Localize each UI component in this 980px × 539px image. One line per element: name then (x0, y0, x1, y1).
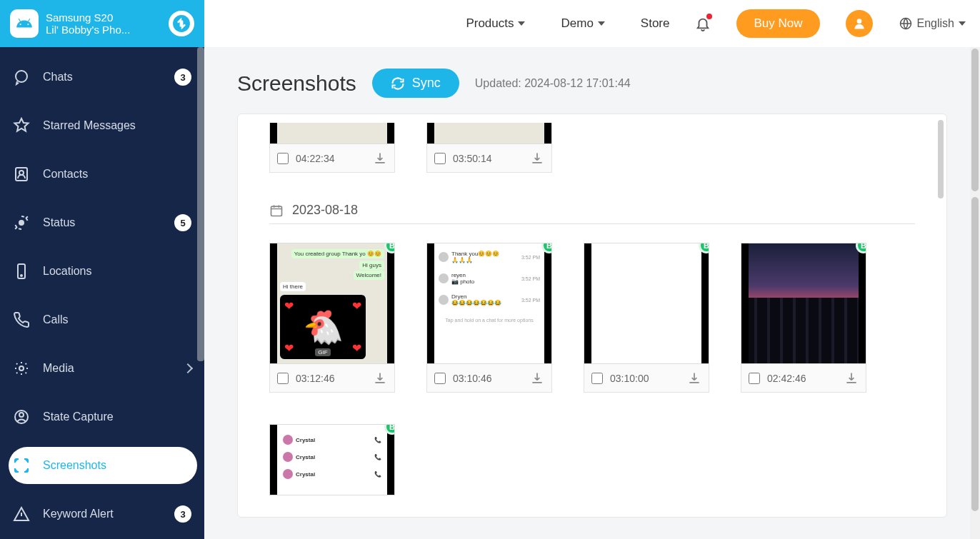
chevron-down-icon (959, 21, 966, 26)
content-area: Products Demo Store Buy Now (204, 0, 980, 539)
sync-button[interactable]: Sync (372, 69, 459, 98)
calendar-icon (269, 203, 284, 218)
date-label: 2023-08-18 (292, 203, 358, 218)
sidebar-item-media[interactable]: Media (0, 344, 204, 393)
statecapture-icon (13, 408, 30, 425)
notification-dot (706, 14, 712, 19)
screenshot-tile[interactable]: 03:50:14 (426, 123, 552, 173)
sync-icon (391, 76, 405, 91)
sidebar-item-label: Chats (43, 71, 161, 84)
sidebar-item-label: Screenshots (43, 459, 191, 472)
locations-icon (13, 263, 30, 280)
sidebar-item-starred[interactable]: Starred Messages (0, 101, 204, 150)
screenshot-tile[interactable]: Crystal 📞 Crystal 📞 Crystal 📞 B (269, 424, 395, 495)
device-model: Samsung S20 (46, 11, 161, 24)
tile-time: 03:12:46 (296, 373, 366, 384)
screenshot-tile[interactable]: B03:10:00 (584, 243, 709, 393)
sidebar-item-label: Media (43, 362, 171, 375)
svg-point-7 (19, 366, 24, 371)
download-button[interactable] (687, 371, 701, 386)
screenshot-tile[interactable]: You created group Thank yo 😊😊Hi guysWelc… (269, 243, 395, 393)
divider (269, 223, 915, 224)
select-checkbox[interactable] (434, 153, 446, 164)
screenshot-tile[interactable]: Thank you😊😊😊🙏🙏🙏3:52 PMreyen📷 photo3:52 P… (426, 243, 552, 393)
page-title: Screenshots (237, 71, 356, 96)
tile-time: 03:50:14 (453, 153, 523, 164)
svg-point-10 (856, 19, 861, 24)
sidebar-item-calls[interactable]: Calls (0, 296, 204, 344)
language-label: English (917, 17, 954, 30)
select-checkbox[interactable] (277, 153, 289, 164)
top-bar: Products Demo Store Buy Now (204, 0, 980, 47)
download-button[interactable] (530, 371, 544, 386)
sidebar-item-screenshots[interactable]: Screenshots (0, 441, 204, 490)
account-button[interactable] (846, 10, 873, 37)
select-checkbox[interactable] (434, 373, 446, 384)
chats-icon (13, 69, 30, 86)
badge: 3 (174, 505, 191, 523)
swap-device-button[interactable] (169, 11, 194, 36)
buy-now-button[interactable]: Buy Now (736, 9, 819, 38)
tile-time: 03:10:00 (610, 373, 680, 384)
chevron-down-icon (598, 21, 605, 26)
sidebar-nav: Chats3Starred MessagesContactsStatus5Loc… (0, 47, 204, 539)
chevron-right-icon (183, 363, 193, 373)
sidebar-item-status[interactable]: Status5 (0, 198, 204, 247)
svg-point-6 (21, 275, 22, 276)
sidebar-item-label: Keyword Alert (43, 508, 161, 520)
sidebar-item-label: Status (43, 216, 161, 229)
device-name: Lil' Bobby's Pho... (46, 24, 161, 36)
download-button[interactable] (844, 371, 859, 386)
sidebar-item-keywordalert[interactable]: Keyword Alert3 (0, 490, 204, 538)
download-button[interactable] (373, 151, 387, 166)
screenshots-icon (13, 457, 30, 474)
screenshot-tile[interactable]: B02:42:46 (741, 243, 866, 393)
tile-time: 03:10:46 (453, 373, 523, 384)
starred-icon (13, 117, 30, 134)
content-scrollbar[interactable] (970, 47, 980, 539)
sidebar-item-label: Calls (43, 313, 191, 326)
screenshot-tile[interactable]: 04:22:34 (269, 123, 395, 173)
topnav-label: Demo (561, 16, 593, 31)
badge: 5 (174, 214, 191, 231)
svg-rect-12 (271, 206, 282, 216)
sidebar-item-label: Starred Messages (43, 119, 191, 132)
calls-icon (13, 311, 30, 328)
sidebar-item-label: Locations (43, 265, 191, 278)
sidebar-item-contacts[interactable]: Contacts (0, 150, 204, 198)
topnav-store[interactable]: Store (641, 16, 670, 31)
panel-scrollbar[interactable] (936, 120, 944, 511)
tile-time: 02:42:46 (767, 373, 837, 384)
svg-point-9 (19, 413, 24, 417)
sidebar-item-label: State Capture (43, 410, 191, 423)
sidebar-item-statecapture[interactable]: State Capture (0, 393, 204, 441)
download-button[interactable] (373, 371, 387, 386)
screenshots-panel: 04:22:3403:50:14 2023-08-18 You created … (237, 114, 947, 518)
select-checkbox[interactable] (591, 373, 603, 384)
chevron-down-icon (518, 21, 525, 26)
topnav-label: Products (466, 16, 514, 31)
tile-time: 04:22:34 (296, 153, 366, 164)
select-checkbox[interactable] (749, 373, 760, 384)
sidebar: Samsung S20 Lil' Bobby's Pho... Chats3St… (0, 0, 204, 539)
page-body: Screenshots Sync Updated: 2024-08-12 17:… (204, 47, 980, 539)
topnav-demo[interactable]: Demo (561, 16, 604, 31)
sidebar-item-locations[interactable]: Locations (0, 247, 204, 296)
sidebar-item-chats[interactable]: Chats3 (0, 53, 204, 101)
language-selector[interactable]: English (899, 16, 966, 31)
device-bar: Samsung S20 Lil' Bobby's Pho... (0, 0, 204, 47)
android-icon (10, 9, 39, 38)
keywordalert-icon (13, 505, 30, 523)
topnav-products[interactable]: Products (466, 16, 525, 31)
svg-point-4 (19, 221, 24, 225)
topnav-label: Store (641, 16, 670, 31)
download-button[interactable] (530, 151, 544, 166)
select-checkbox[interactable] (277, 373, 289, 384)
sync-label: Sync (412, 76, 441, 91)
status-icon (13, 214, 30, 231)
sidebar-item-label: Contacts (43, 168, 191, 181)
contacts-icon (13, 166, 30, 183)
badge: 3 (174, 69, 191, 86)
notifications-button[interactable] (695, 15, 711, 32)
updated-text: Updated: 2024-08-12 17:01:44 (475, 77, 631, 90)
